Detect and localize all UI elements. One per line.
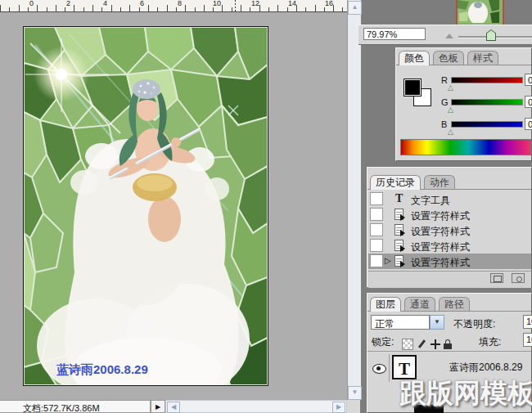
eye-icon[interactable] [372,364,386,374]
tab-history[interactable]: 历史记录 [370,175,421,190]
history-source-checkbox[interactable] [370,208,383,221]
history-state-icon [394,209,404,220]
history-item[interactable]: 设置字符样式 [368,238,531,254]
green-slider-thumb[interactable]: △ [448,106,453,114]
fill-label: 填充: [479,335,501,349]
red-channel-label: R [441,75,448,85]
history-item[interactable]: 设置字符样式 [368,222,531,238]
photoshop-window: 0 2 4 6 8 10 12 14 16 [0,0,532,413]
tab-channels[interactable]: 通道 [404,297,435,311]
blue-slider[interactable] [451,121,523,128]
horizontal-ruler[interactable]: 0 2 4 6 8 10 12 14 16 [0,0,347,12]
green-slider[interactable] [451,99,523,105]
layer-name[interactable]: 蓝诗雨2006.8.29 [449,361,522,375]
canvas-caption-text: 蓝诗雨2006.8.29 [56,362,148,376]
history-footer [368,271,531,288]
fill-field[interactable]: 100% [523,333,532,347]
color-panel: 颜色 色板 样式 R △ 0 G △ 0 B △ 0 [395,47,532,161]
blend-mode-dropdown-button[interactable] [430,315,444,330]
new-document-from-state-button[interactable] [490,273,503,283]
history-state-icon [394,224,404,236]
history-item[interactable]: 设置字符样式 [368,207,531,222]
horizontal-scrollbar[interactable]: ◀ ▶ [165,400,347,413]
red-slider-thumb[interactable]: △ [448,84,453,92]
scroll-left-button[interactable]: ◀ [167,402,180,413]
tab-paths[interactable]: 路径 [439,297,470,311]
blue-value-field[interactable]: 0 [525,118,532,130]
lock-pixels-icon[interactable] [417,339,426,349]
ruler-number: 2 [66,0,70,7]
lock-all-icon[interactable] [444,339,452,349]
document-window: 0 2 4 6 8 10 12 14 16 [0,0,360,413]
ruler-number: 8 [178,0,182,7]
history-source-checkbox[interactable] [370,192,383,205]
watermark-text: 跟版网模板 [399,375,532,412]
status-menu-button[interactable] [151,400,165,413]
document-size-label: 文档:572.7K/3.86M [23,402,100,413]
divider [367,351,531,352]
red-value-field[interactable]: 0 [525,74,532,86]
blue-channel-label: B [441,119,447,129]
green-value-field[interactable]: 0 [525,96,532,108]
ruler-number: 12 [251,0,259,7]
scroll-down-button[interactable]: ▼ [348,386,362,400]
history-source-checkbox[interactable] [370,239,383,252]
navigator-view-thumbnail[interactable] [456,0,504,26]
history-state-icon [394,255,404,267]
ruler-number: 14 [288,0,296,7]
scroll-right-button[interactable]: ▶ [332,402,345,413]
document-size-field: 文档:572.7K/3.86M [0,400,151,413]
tab-styles[interactable]: 样式 [467,51,498,65]
history-panel-tabs: 历史记录 动作 [367,174,531,190]
zoom-out-icon[interactable] [445,34,453,38]
navigator-zoom-bar: 79.97% [358,25,532,45]
history-item-current[interactable]: ▷ 设置字符样式 [368,254,531,269]
opacity-label: 不透明度: [453,317,495,331]
lock-transparency-icon[interactable] [402,339,413,350]
foreground-color-swatch[interactable] [404,79,422,97]
current-state-pointer-icon: ▷ [385,256,391,265]
red-slider[interactable] [451,77,523,83]
ruler-number: 10 [213,0,221,7]
tab-layers[interactable]: 图层 [370,297,401,312]
scroll-up-button[interactable]: ▲ [348,1,362,15]
opacity-field[interactable]: 100% [523,315,532,329]
blue-slider-thumb[interactable]: △ [448,128,453,136]
history-source-checkbox[interactable] [370,223,383,236]
blend-mode-select[interactable]: 正常 [371,315,430,330]
layers-panel-tabs: 图层 通道 路径 [367,296,531,312]
new-snapshot-button[interactable] [512,273,525,283]
history-panel: 历史记录 动作 T 文字工具 设置字符样式 设置字符样式 设置字符样式 ▷ 设 [367,167,532,288]
ruler-number: 6 [140,0,144,7]
lock-label: 锁定: [372,335,394,349]
chevron-down-icon: ▼ [349,387,361,398]
chevron-left-icon: ◀ [168,402,179,412]
layer-visibility-cell[interactable] [368,354,390,382]
ruler-number: 16 [325,0,333,7]
ruler-number: 4 [103,0,107,7]
type-tool-icon: T [395,192,403,205]
color-panel-tabs: 颜色 色板 样式 [396,50,531,65]
chevron-right-icon: ▶ [333,402,345,412]
status-bar: 文档:572.7K/3.86M ◀ ▶ [0,400,360,413]
tab-actions[interactable]: 动作 [424,175,455,189]
lock-position-icon[interactable] [431,339,440,349]
ruler-cursor-indicator [235,0,236,11]
history-source-checkbox[interactable] [370,254,383,267]
color-spectrum-bar[interactable] [400,139,531,155]
tab-swatches[interactable]: 色板 [433,51,464,65]
vertical-scrollbar[interactable]: ▲ ▼ [347,0,361,400]
artwork: 蓝诗雨2006.8.29 [24,27,268,385]
tab-color[interactable]: 颜色 [399,51,430,65]
canvas-image[interactable]: 蓝诗雨2006.8.29 [23,26,268,386]
navigator-thumbnail-image [458,0,499,23]
ruler-number: 0 [29,0,34,7]
history-state-icon [394,240,404,251]
chevron-up-icon: ▲ [349,2,361,13]
zoom-percentage-field[interactable]: 79.97% [363,28,426,40]
history-item[interactable]: T 文字工具 [368,191,531,207]
zoom-slider-thumb[interactable] [486,29,496,41]
